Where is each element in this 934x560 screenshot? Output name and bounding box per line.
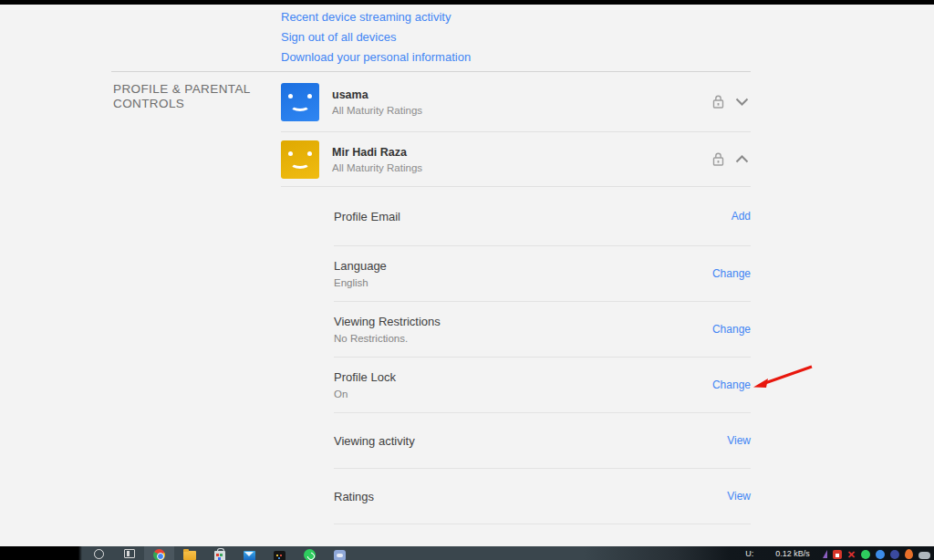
setting-row-language: Language English Change — [334, 246, 751, 302]
taskbar-whatsapp-button[interactable] — [295, 546, 325, 560]
profile-maturity-rating: All Maturity Ratings — [332, 162, 712, 173]
setting-value: No Restrictions. — [334, 333, 441, 344]
dark-app-icon — [274, 551, 285, 560]
profile-row-mir-hadi-raza[interactable]: Mir Hadi Raza All Maturity Ratings — [281, 132, 751, 187]
view-viewing-activity-link[interactable]: View — [727, 434, 751, 447]
profile-name: Mir Hadi Raza — [332, 146, 712, 159]
lock-icon — [712, 152, 724, 166]
taskbar-blue-app-button[interactable] — [325, 546, 355, 560]
setting-label: Profile Email — [334, 210, 400, 223]
search-icon — [94, 549, 104, 559]
profile-maturity-rating: All Maturity Ratings — [332, 105, 712, 116]
setting-row-viewing-activity: Viewing activity View — [334, 413, 751, 469]
setting-row-profile-lock: Profile Lock On Change — [334, 358, 751, 413]
system-tray: U: 0.12 kB/s ✕ — [745, 546, 930, 560]
chrome-icon — [153, 549, 165, 560]
orange-flame-icon[interactable] — [905, 549, 913, 559]
taskbar-chrome-button[interactable] — [144, 546, 174, 560]
profiles-list: usama All Maturity Ratings Mir Ha — [281, 72, 751, 187]
taskbar-search-button[interactable] — [84, 546, 114, 560]
purple-triangle-icon[interactable] — [823, 550, 827, 558]
setting-row-ratings: Ratings View — [334, 469, 751, 524]
add-profile-email-link[interactable]: Add — [732, 210, 751, 223]
setting-label: Viewing Restrictions — [334, 315, 441, 328]
link-recent-device-streaming-activity[interactable]: Recent device streaming activity — [281, 10, 471, 24]
lock-icon — [712, 95, 724, 109]
net-speed-value: 0.12 kB/s — [775, 549, 810, 559]
link-download-personal-information[interactable]: Download your personal information — [281, 50, 471, 64]
setting-label: Viewing activity — [334, 434, 415, 448]
chevron-up-icon[interactable] — [735, 155, 749, 163]
profile-row-usama[interactable]: usama All Maturity Ratings — [281, 72, 751, 132]
section-title: PROFILE & PARENTAL CONTROLS — [113, 82, 286, 111]
view-ratings-link[interactable]: View — [727, 490, 751, 503]
red-annotation-arrow-icon — [748, 361, 817, 392]
setting-label: Profile Lock — [334, 370, 396, 384]
red-white-icon[interactable] — [833, 550, 842, 559]
net-upload-label: U: — [745, 549, 753, 559]
chevron-down-icon[interactable] — [735, 98, 749, 106]
red-x-icon[interactable]: ✕ — [847, 550, 856, 559]
change-language-link[interactable]: Change — [712, 267, 751, 280]
profile-settings-list: Profile Email Add Language English Chang… — [334, 187, 751, 524]
profile-avatar-usama — [281, 83, 319, 121]
setting-value: English — [334, 277, 387, 288]
cloud-icon[interactable] — [918, 552, 930, 559]
file-explorer-icon — [183, 551, 196, 560]
setting-label: Language — [334, 259, 387, 273]
taskbar-store-button[interactable] — [204, 546, 234, 560]
indigo-dot-icon[interactable] — [890, 550, 899, 559]
mail-icon — [244, 551, 255, 560]
link-sign-out-all-devices[interactable]: Sign out of all devices — [281, 30, 471, 44]
account-links: Recent device streaming activity Sign ou… — [281, 10, 471, 64]
setting-row-viewing-restrictions: Viewing Restrictions No Restrictions. Ch… — [334, 302, 751, 358]
microsoft-store-icon — [214, 551, 225, 560]
change-profile-lock-link[interactable]: Change — [712, 379, 751, 391]
whatsapp-icon — [304, 549, 316, 560]
windows-taskbar: U: 0.12 kB/s ✕ — [0, 546, 934, 560]
setting-label: Ratings — [334, 490, 374, 503]
taskbar-file-explorer-button[interactable] — [174, 546, 204, 560]
setting-value: On — [334, 389, 396, 399]
taskbar-mail-button[interactable] — [234, 546, 265, 560]
task-view-icon — [124, 549, 135, 558]
profile-name: usama — [332, 88, 712, 101]
taskbar-dark-app-button[interactable] — [265, 546, 295, 560]
taskbar-task-view-button[interactable] — [114, 546, 144, 560]
setting-row-profile-email: Profile Email Add — [334, 187, 751, 246]
page-top-black-bar — [0, 0, 934, 5]
green-dot-icon[interactable] — [861, 550, 870, 559]
profile-avatar-mir-hadi-raza — [281, 140, 319, 179]
blue-dot-icon[interactable] — [876, 550, 885, 559]
blue-app-icon — [334, 550, 346, 560]
netflix-account-page: Recent device streaming activity Sign ou… — [0, 0, 934, 560]
change-viewing-restrictions-link[interactable]: Change — [712, 323, 751, 336]
